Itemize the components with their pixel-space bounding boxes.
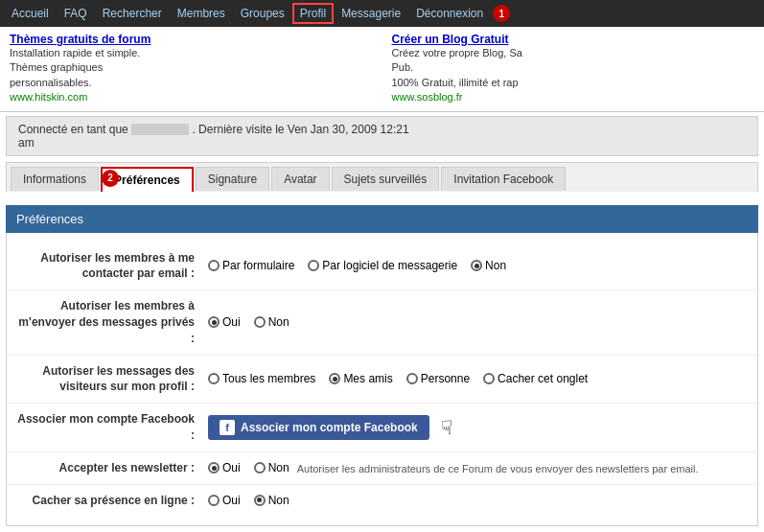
row-messages-prives: Autoriser les membres à m'envoyer des me… — [7, 290, 757, 355]
radio-label-oui-presence: Oui — [222, 494, 241, 507]
cursor-hand-icon: ☟ — [441, 416, 452, 439]
radio-oui-presence[interactable]: Oui — [208, 494, 241, 507]
label-newsletter: Accepter les newsletter : — [16, 460, 208, 476]
radio-dot-oui-prives — [208, 316, 220, 328]
fb-button-label: Associer mon compte Facebook — [241, 421, 418, 434]
row-presence: Cacher sa présence en ligne : Oui Non — [7, 485, 757, 517]
radio-label-cacher: Cacher cet onglet — [498, 372, 588, 385]
row-newsletter: Accepter les newsletter : Oui Non Autori… — [7, 452, 757, 485]
label-messages-prives: Autoriser les membres à m'envoyer des me… — [16, 298, 208, 346]
nav-membres[interactable]: Membres — [170, 3, 233, 24]
radio-cacher-onglet[interactable]: Cacher cet onglet — [483, 372, 588, 385]
radio-dot-non-newsletter — [254, 462, 266, 474]
radio-newsletter: Oui Non — [208, 461, 289, 474]
label-visiteurs-profil: Autoriser les messages des visiteurs sur… — [16, 363, 208, 396]
newsletter-description: Autoriser les administrateurs de ce Foru… — [297, 463, 699, 474]
nav-badge: 1 — [493, 5, 510, 22]
tab-invitation-facebook[interactable]: Invitation Facebook — [441, 167, 566, 191]
control-email-contact: Par formulaire Par logiciel de messageri… — [208, 259, 748, 272]
ad-left-title[interactable]: Thèmes gratuits de forum — [10, 33, 150, 46]
radio-tous-membres[interactable]: Tous les membres — [208, 372, 315, 385]
radio-label-amis: Mes amis — [343, 372, 392, 385]
nav-faq[interactable]: FAQ — [57, 3, 95, 24]
ad-left-line2: Thèmes graphiques — [10, 60, 373, 75]
ad-right-url[interactable]: www.sosblog.fr — [392, 90, 755, 104]
radio-dot-personne — [406, 373, 418, 384]
ad-banner: Thèmes gratuits de forum Installation ra… — [0, 27, 764, 112]
radio-label-oui-prives: Oui — [222, 315, 241, 329]
tab-avatar[interactable]: Avatar — [271, 167, 329, 191]
tab-informations[interactable]: Informations — [11, 167, 99, 191]
control-facebook: f Associer mon compte Facebook ☟ — [208, 415, 748, 440]
radio-dot-logiciel — [308, 260, 319, 271]
radio-label-non-newsletter: Non — [268, 461, 289, 474]
radio-dot-amis — [329, 373, 340, 384]
radio-oui-newsletter[interactable]: Oui — [208, 461, 241, 474]
nav-deconnexion[interactable]: Déconnexion — [408, 3, 491, 24]
status-prefix: Connecté en tant que — [18, 123, 128, 136]
radio-presence: Oui Non — [208, 494, 289, 507]
label-email-contact: Autoriser les membres à me contacter par… — [16, 250, 208, 283]
ad-right-line2: Pub. — [392, 60, 755, 75]
top-navigation: Accueil FAQ Rechercher Membres Groupes P… — [0, 0, 764, 27]
control-presence: Oui Non — [208, 494, 748, 507]
nav-accueil[interactable]: Accueil — [4, 3, 57, 24]
radio-dot-non-presence — [254, 495, 266, 506]
status-text2: am — [18, 136, 35, 150]
nav-rechercher[interactable]: Rechercher — [95, 3, 170, 24]
radio-non-email[interactable]: Non — [471, 259, 506, 272]
radio-label-oui-newsletter: Oui — [222, 461, 241, 474]
status-text: . Dernière visite le Ven Jan 30, 2009 12… — [192, 123, 408, 136]
ad-right-line1: Créez votre propre Blog, Sa — [392, 46, 755, 60]
radio-label-formulaire: Par formulaire — [222, 259, 294, 272]
radio-visiteurs-profil: Tous les membres Mes amis Personne Cache… — [208, 372, 588, 385]
tab-badge: 2 — [102, 170, 119, 187]
control-messages-prives: Oui Non — [208, 315, 748, 329]
radio-dot-cacher — [483, 373, 495, 384]
label-facebook: Associer mon compte Facebook : — [16, 411, 208, 444]
radio-dot-oui-presence — [208, 495, 220, 506]
radio-messages-prives: Oui Non — [208, 315, 289, 329]
radio-label-personne: Personne — [421, 372, 470, 385]
ad-right: Créer un Blog Gratuit Créez votre propre… — [392, 33, 755, 105]
ad-right-line3: 100% Gratuit, illimité et rap — [392, 76, 755, 90]
ad-left-line1: Installation rapide et simple. — [10, 46, 373, 60]
radio-oui-prives[interactable]: Oui — [208, 315, 241, 329]
radio-dot-oui-newsletter — [208, 462, 220, 474]
radio-personne[interactable]: Personne — [406, 372, 470, 385]
radio-dot-non-prives — [254, 316, 266, 328]
nav-profil[interactable]: Profil — [292, 3, 334, 24]
radio-label-logiciel: Par logiciel de messagerie — [322, 259, 457, 272]
preferences-content: Autoriser les membres à me contacter par… — [6, 233, 758, 527]
section-title: Préférences — [16, 212, 83, 226]
radio-dot-formulaire — [208, 260, 220, 271]
ad-left-url[interactable]: www.hitskin.com — [10, 90, 373, 104]
nav-groupes[interactable]: Groupes — [233, 3, 292, 24]
username-redacted — [131, 124, 189, 135]
radio-par-formulaire[interactable]: Par formulaire — [208, 259, 294, 272]
radio-mes-amis[interactable]: Mes amis — [329, 372, 392, 385]
section-header: Préférences — [6, 205, 758, 233]
ad-left-line3: personnalisables. — [10, 76, 373, 90]
radio-label-tous: Tous les membres — [222, 372, 315, 385]
nav-messagerie[interactable]: Messagerie — [334, 3, 408, 24]
control-newsletter: Oui Non Autoriser les administrateurs de… — [208, 461, 748, 474]
radio-email-contact: Par formulaire Par logiciel de messageri… — [208, 259, 506, 272]
status-bar: Connecté en tant que . Dernière visite l… — [6, 116, 758, 156]
ad-left: Thèmes gratuits de forum Installation ra… — [10, 33, 373, 105]
radio-label-non-presence: Non — [268, 494, 289, 507]
associate-facebook-button[interactable]: f Associer mon compte Facebook — [208, 415, 429, 440]
ad-right-title[interactable]: Créer un Blog Gratuit — [392, 33, 509, 46]
radio-non-prives[interactable]: Non — [254, 315, 289, 329]
label-presence: Cacher sa présence en ligne : — [16, 493, 208, 509]
radio-par-logiciel[interactable]: Par logiciel de messagerie — [308, 259, 457, 272]
tab-sujets-surveilles[interactable]: Sujets surveillés — [332, 167, 440, 191]
row-email-contact: Autoriser les membres à me contacter par… — [7, 243, 757, 291]
radio-label-non-email: Non — [485, 259, 506, 272]
radio-label-non-prives: Non — [268, 315, 289, 329]
radio-non-presence[interactable]: Non — [254, 494, 289, 507]
radio-dot-non-email — [471, 260, 482, 271]
control-visiteurs-profil: Tous les membres Mes amis Personne Cache… — [208, 372, 748, 385]
tab-signature[interactable]: Signature — [196, 167, 269, 191]
radio-non-newsletter[interactable]: Non — [254, 461, 289, 474]
